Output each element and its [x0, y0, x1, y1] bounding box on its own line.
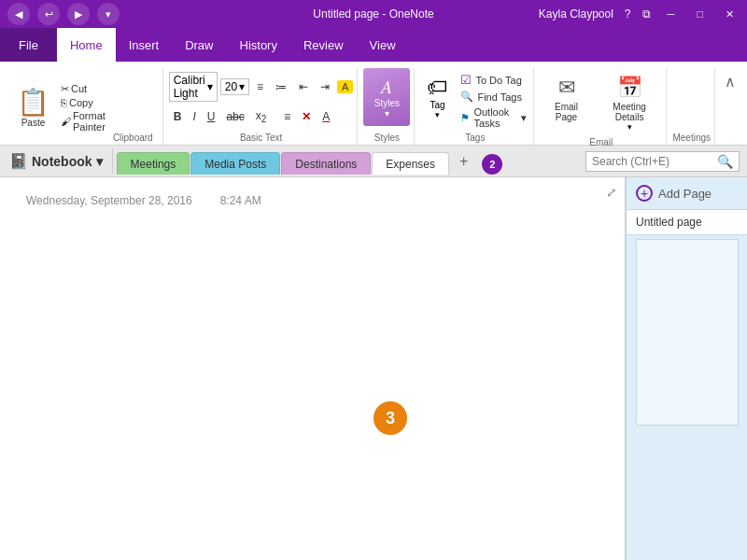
meeting-icon: 📅	[617, 76, 642, 100]
meetings-group-label: Meetings	[672, 133, 711, 143]
subscript-button[interactable]: x2	[251, 107, 272, 126]
minimize-button[interactable]: ─	[662, 7, 681, 21]
todo-tag-label: To Do Tag	[475, 75, 521, 86]
copy-button[interactable]: ⎘ Copy	[57, 96, 109, 109]
page-date-area: Wednesday, September 28, 2016 8:24 AM	[26, 194, 617, 207]
paste-button[interactable]: 📋 Paste	[9, 83, 57, 132]
styles-icon: 𝐴	[381, 77, 392, 98]
tab-meetings[interactable]: Meetings	[117, 152, 190, 175]
indent-increase-button[interactable]: ⇥	[316, 78, 334, 95]
menu-draw[interactable]: Draw	[172, 28, 226, 62]
meeting-dropdown-icon: ▾	[627, 122, 632, 132]
format-painter-button[interactable]: 🖌 Format Painter	[57, 109, 109, 133]
ribbon-clipboard-group: 📋 Paste ✂ Cut ⎘ Copy 🖌 Format Painter Cl…	[4, 68, 163, 145]
title-bar-left: ◀ ↩ ▶ ▾	[7, 3, 120, 25]
ordered-list-button[interactable]: ≔	[271, 78, 291, 95]
paste-label: Paste	[21, 118, 46, 128]
menu-file[interactable]: File	[0, 28, 57, 62]
notebook-icon: 📓	[9, 152, 28, 170]
expand-button[interactable]: ⤢	[606, 185, 617, 200]
help-icon[interactable]: ?	[625, 7, 631, 21]
add-page-button[interactable]: + Add Page	[627, 177, 747, 210]
bold-button[interactable]: B	[169, 108, 187, 125]
search-icon[interactable]: 🔍	[717, 154, 733, 169]
tab-mediaposts[interactable]: Media Posts	[190, 152, 280, 175]
page-thumbnail	[636, 239, 739, 426]
list-button[interactable]: ≡	[252, 78, 268, 95]
align-button[interactable]: ≡	[279, 108, 295, 125]
tag-button[interactable]: 🏷 Tag ▾	[420, 72, 454, 123]
find-tags-label: Find Tags	[477, 91, 522, 103]
cut-button[interactable]: ✂ Cut	[57, 82, 109, 96]
email-page-button[interactable]: ✉ Email Page	[540, 72, 593, 126]
strikethrough-button[interactable]: abc	[221, 108, 248, 125]
forward-button[interactable]: ▶	[67, 3, 90, 25]
font-row: Calibri Light ▾ 20 ▾ ≡ ≔ ⇤ ⇥ A	[169, 72, 354, 102]
font-family-selector[interactable]: Calibri Light ▾	[169, 72, 218, 102]
todo-tag-button[interactable]: ☑ To Do Tag	[458, 72, 529, 88]
title-bar-right: Kayla Claypool ? ⧉ ─ □ ✕	[539, 7, 740, 22]
menu-home[interactable]: Home	[57, 28, 116, 62]
find-tags-button[interactable]: 🔍 Find Tags	[458, 90, 529, 104]
window-title: Untitled page - OneNote	[313, 7, 433, 21]
undo-button[interactable]: ↩	[37, 3, 60, 25]
pages-sidebar: + Add Page Untitled page	[626, 177, 747, 560]
ribbon-email-group: ✉ Email Page 📅 Meeting Details ▾ Email	[536, 68, 667, 145]
font-size-selector[interactable]: 20 ▾	[220, 78, 249, 95]
styles-button[interactable]: 𝐴 Styles ▾	[363, 68, 410, 126]
page-date: Wednesday, September 28, 2016	[26, 194, 192, 207]
outlook-icon: ⚑	[460, 112, 470, 124]
add-page-icon: +	[636, 185, 653, 202]
maximize-button[interactable]: □	[691, 7, 709, 21]
tag-dropdown-icon: ▾	[435, 110, 440, 119]
close-button[interactable]: ✕	[720, 7, 740, 22]
indent-decrease-button[interactable]: ⇤	[294, 78, 313, 95]
ribbon-meetings-group: Meetings	[669, 68, 715, 145]
tab-expenses[interactable]: Expenses	[372, 152, 449, 175]
customize-qat-button[interactable]: ▾	[97, 3, 120, 25]
tab-overflow-badge[interactable]: 2	[482, 154, 502, 175]
paste-icon: 📋	[17, 87, 49, 118]
meeting-details-label: Meeting Details	[604, 102, 655, 122]
tag-icon: 🏷	[427, 76, 447, 100]
tab-destinations[interactable]: Destinations	[281, 152, 371, 175]
highlight-color-button[interactable]: A	[337, 80, 353, 93]
menu-view[interactable]: View	[357, 28, 409, 62]
italic-button[interactable]: I	[188, 108, 200, 125]
notebook-dropdown-icon: ▾	[96, 154, 103, 169]
user-name: Kayla Claypool	[539, 7, 613, 21]
underline-button[interactable]: U	[203, 108, 220, 125]
add-tab-button[interactable]: +	[450, 148, 477, 175]
find-tags-icon: 🔍	[460, 91, 473, 103]
todo-checkbox-icon: ☑	[460, 73, 472, 87]
menu-insert[interactable]: Insert	[116, 28, 173, 62]
clear-formatting-button[interactable]: ✕	[297, 108, 316, 125]
search-input[interactable]	[592, 155, 713, 168]
menu-review[interactable]: Review	[290, 28, 357, 62]
outlook-tasks-button[interactable]: ⚑ Outlook Tasks ▾	[458, 105, 529, 130]
basictext-group-label: Basic Text	[240, 133, 282, 143]
search-box[interactable]: 🔍	[585, 151, 740, 172]
menu-bar: File Home Insert Draw History Review Vie…	[0, 28, 747, 62]
page-item-untitled[interactable]: Untitled page	[627, 210, 747, 235]
font-family-value: Calibri Light	[174, 74, 205, 100]
clipboard-group-label: Clipboard	[109, 133, 157, 143]
back-button[interactable]: ◀	[7, 3, 30, 25]
ribbon-styles-group: 𝐴 Styles ▾ Styles	[359, 68, 415, 145]
menu-history[interactable]: History	[227, 28, 290, 62]
notebook-selector[interactable]: 📓 Notebook ▾	[0, 148, 113, 174]
copy-icon: ⎘	[61, 97, 67, 108]
format-painter-label: Format Painter	[73, 110, 106, 133]
email-page-label: Email Page	[547, 102, 585, 122]
step3-badge: 3	[374, 401, 407, 435]
ribbon-collapse-button[interactable]: ∧	[717, 69, 743, 94]
font-color-button[interactable]: A	[317, 108, 334, 125]
tag-items: ☑ To Do Tag 🔍 Find Tags ⚑ Outlook Tasks …	[458, 72, 529, 130]
ribbon-tags-group: 🏷 Tag ▾ ☑ To Do Tag 🔍 Find Tags ⚑ Outloo…	[416, 68, 534, 145]
restore-icon[interactable]: ⧉	[642, 7, 651, 21]
clipboard-right: ✂ Cut ⎘ Copy 🖌 Format Painter	[57, 82, 109, 133]
title-bar: ◀ ↩ ▶ ▾ Untitled page - OneNote Kayla Cl…	[0, 0, 747, 28]
meeting-details-button[interactable]: 📅 Meeting Details ▾	[597, 72, 663, 135]
main-area: ⤢ Wednesday, September 28, 2016 8:24 AM …	[0, 177, 747, 560]
font-family-dropdown-icon: ▾	[207, 80, 213, 93]
